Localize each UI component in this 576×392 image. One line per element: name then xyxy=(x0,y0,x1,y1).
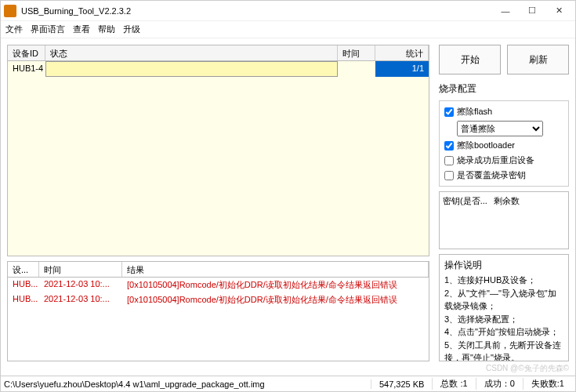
cell-device-id: HUB1-4 xyxy=(8,61,45,77)
log-cell-time: 2021-12-03 10:... xyxy=(39,278,122,292)
instruction-step: 5、关闭工具前，先断开设备连接，再"停止"烧录。 xyxy=(444,339,563,362)
cell-time xyxy=(338,61,375,77)
cell-stat: 1/1 xyxy=(375,61,429,77)
reboot-after-checkbox[interactable] xyxy=(444,156,454,165)
log-grid[interactable]: 设... 时间 结果 HUB... 2021-12-03 10:... [0x1… xyxy=(7,261,429,361)
menubar: 文件 界面语言 查看 帮助 升级 xyxy=(1,21,575,38)
col-header-device-id[interactable]: 设备ID xyxy=(8,45,45,60)
device-row[interactable]: HUB1-4 1/1 xyxy=(8,61,429,77)
start-button[interactable]: 开始 xyxy=(439,45,501,74)
statusbar: C:\Users\yuefu.zhou\Desktop\4.4 w1\aml_u… xyxy=(1,376,575,391)
window-title: USB_Burning_Tool_V2.2.3.2 xyxy=(21,6,492,16)
log-cell-res: [0x10105004]Romcode/初始化DDR/读取初始化结果/命令结果返… xyxy=(122,278,429,292)
overwrite-key-checkbox[interactable] xyxy=(444,171,454,180)
refresh-button[interactable]: 刷新 xyxy=(507,45,569,74)
menu-help[interactable]: 帮助 xyxy=(98,24,115,35)
key-label1: 密钥(是否... xyxy=(443,195,487,245)
instruction-step: 1、连接好HUB及设备； xyxy=(444,274,563,287)
log-row[interactable]: HUB... 2021-12-03 10:... [0x10105004]Rom… xyxy=(8,292,429,307)
col-header-status[interactable]: 状态 xyxy=(45,45,338,60)
col-header-stat[interactable]: 统计 xyxy=(375,45,429,60)
close-button[interactable]: ✕ xyxy=(545,2,572,20)
minimize-button[interactable]: — xyxy=(492,2,519,20)
status-success: 成功：0 xyxy=(476,378,523,390)
config-title: 烧录配置 xyxy=(439,82,569,96)
status-path: C:\Users\yuefu.zhou\Desktop\4.4 w1\aml_u… xyxy=(4,379,371,389)
maximize-button[interactable]: ☐ xyxy=(519,2,545,20)
col-header-time[interactable]: 时间 xyxy=(338,45,375,60)
menu-view[interactable]: 查看 xyxy=(73,24,90,35)
checkbox-erase-flash[interactable]: 擦除flash xyxy=(444,106,563,118)
key-label2: 剩余数 xyxy=(494,195,520,245)
app-icon xyxy=(4,5,16,17)
device-grid[interactable]: 设备ID 状态 时间 统计 HUB1-4 1/1 xyxy=(7,45,429,256)
log-cell-res: [0x10105004]Romcode/初始化DDR/读取初始化结果/命令结果返… xyxy=(122,293,429,307)
log-row[interactable]: HUB... 2021-12-03 10:... [0x10105004]Rom… xyxy=(8,278,429,292)
log-cell-time: 2021-12-03 10:... xyxy=(39,293,122,307)
menu-lang[interactable]: 界面语言 xyxy=(31,24,65,35)
log-header-time[interactable]: 时间 xyxy=(39,262,122,277)
key-box: 密钥(是否... 剩余数 xyxy=(439,191,569,249)
config-box: 擦除flash 普通擦除 擦除bootloader 烧录成功后重启设备 是否覆盖… xyxy=(439,100,569,187)
instruction-step: 4、点击"开始"按钮启动烧录； xyxy=(444,325,563,339)
log-cell-dev: HUB... xyxy=(8,278,39,292)
instructions-box: 操作说明 1、连接好HUB及设备； 2、从"文件"—"导入烧录包"加载烧录镜像；… xyxy=(439,254,569,361)
menu-upgrade[interactable]: 升级 xyxy=(123,24,140,35)
instruction-step: 3、选择烧录配置； xyxy=(444,313,563,326)
status-fail: 失败数:1 xyxy=(523,378,572,390)
status-total: 总数 :1 xyxy=(432,378,475,390)
cell-status xyxy=(45,61,338,77)
checkbox-erase-bootloader[interactable]: 擦除bootloader xyxy=(444,140,563,151)
log-cell-dev: HUB... xyxy=(8,293,39,307)
erase-mode-select[interactable]: 普通擦除 xyxy=(457,121,543,136)
checkbox-reboot-after[interactable]: 烧录成功后重启设备 xyxy=(444,154,563,166)
menu-file[interactable]: 文件 xyxy=(5,24,23,35)
erase-flash-checkbox[interactable] xyxy=(444,107,454,117)
erase-bootloader-checkbox[interactable] xyxy=(444,141,454,151)
instruction-step: 2、从"文件"—"导入烧录包"加载烧录镜像； xyxy=(444,287,563,313)
log-header-result[interactable]: 结果 xyxy=(122,262,429,277)
instructions-title: 操作说明 xyxy=(444,258,563,272)
status-size: 547,325 KB xyxy=(371,379,433,389)
checkbox-overwrite-key[interactable]: 是否覆盖烧录密钥 xyxy=(444,169,563,181)
log-header-device[interactable]: 设... xyxy=(8,262,39,277)
